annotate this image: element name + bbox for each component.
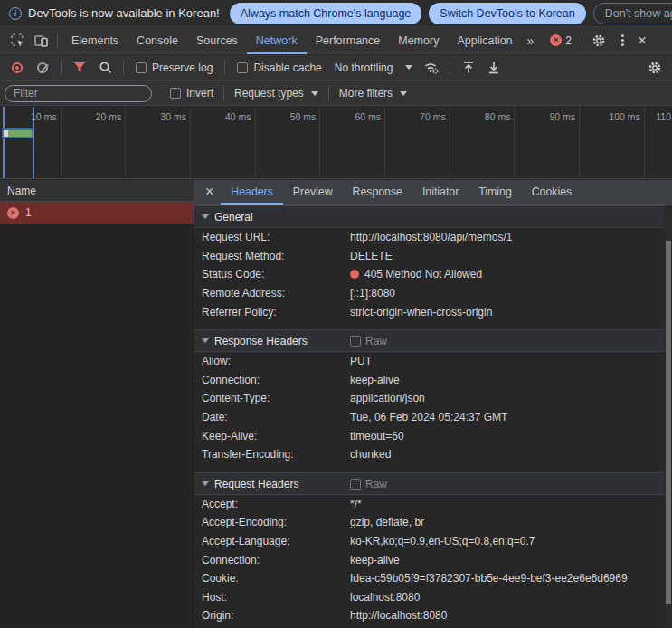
header-row: Keep-Alive:timeout=60 (194, 426, 665, 445)
import-har-icon[interactable] (457, 56, 480, 80)
header-row: Request URL:http://localhost:8080/api/me… (194, 228, 665, 247)
devtools-window: i DevTools is now available in Korean! A… (0, 0, 672, 628)
header-value: http://localhost:8080/api/memos/1 (350, 231, 512, 243)
divider (450, 61, 450, 75)
triangle-down-icon (202, 338, 209, 343)
filter-funnel-icon[interactable] (68, 56, 91, 80)
header-value: DELETE (350, 250, 393, 262)
header-value: keep-alive (350, 374, 400, 386)
kebab-menu-icon[interactable] (610, 29, 634, 52)
error-count-badge[interactable]: × 2 (544, 34, 577, 47)
main-tabbar: ElementsConsoleSourcesNetworkPerformance… (0, 27, 672, 54)
headers-sections: GeneralRequest URL:http://localhost:8080… (194, 205, 665, 628)
header-name: Connection: (202, 554, 350, 566)
timeline-tick-label: 10 ms (31, 111, 57, 122)
scrollbar-track[interactable] (665, 205, 672, 628)
tab-console[interactable]: Console (128, 27, 187, 54)
header-row: Accept-Encoding:gzip, deflate, br (194, 513, 665, 532)
tab-elements[interactable]: Elements (62, 27, 128, 54)
header-value: 405 Method Not Allowed (350, 268, 482, 281)
request-rows: ×1 (0, 202, 194, 224)
headers-section: GeneralRequest URL:http://localhost:8080… (194, 205, 665, 321)
request-detail-pane: × HeadersPreviewResponseInitiatorTimingC… (194, 180, 672, 628)
detail-tabbar: × HeadersPreviewResponseInitiatorTimingC… (194, 180, 672, 205)
section-header[interactable]: Request HeadersRaw (194, 472, 665, 495)
tab-performance[interactable]: Performance (307, 27, 390, 54)
header-value: http://localhost:8080 (350, 609, 447, 622)
divider (61, 61, 62, 75)
filter-input[interactable] (5, 85, 152, 102)
detail-close-icon[interactable]: × (198, 184, 221, 200)
detail-tab-preview[interactable]: Preview (283, 180, 343, 205)
preserve-log-checkbox[interactable]: Preserve log (130, 62, 218, 74)
search-icon[interactable] (93, 56, 117, 80)
header-value: timeout=60 (350, 430, 404, 442)
network-overview-timeline[interactable]: 10 ms20 ms30 ms40 ms50 ms60 ms70 ms80 ms… (0, 107, 672, 179)
raw-toggle-checkbox[interactable]: Raw (350, 473, 387, 496)
network-settings-gear-icon[interactable] (643, 56, 667, 80)
detail-tab-cookies[interactable]: Cookies (522, 180, 582, 205)
devtools-close-icon[interactable]: × (634, 33, 650, 48)
timeline-tick-label: 50 ms (290, 111, 317, 122)
section-header[interactable]: Response HeadersRaw (194, 329, 665, 352)
section-title: Response Headers (214, 335, 308, 347)
detail-tab-timing[interactable]: Timing (469, 180, 521, 205)
checkbox (350, 479, 361, 490)
tab-memory[interactable]: Memory (389, 27, 448, 54)
checkbox (350, 336, 361, 347)
header-row: Date:Tue, 06 Feb 2024 05:24:37 GMT (194, 408, 665, 427)
divider (223, 86, 224, 100)
invert-checkbox[interactable]: Invert (165, 87, 219, 100)
header-value: PUT (350, 355, 372, 367)
banner-button[interactable]: Don't show again (593, 3, 672, 24)
name-column-header[interactable]: Name (0, 180, 194, 202)
header-row: Content-Type:application/json (194, 389, 665, 408)
header-name: Content-Type: (202, 392, 350, 404)
more-filters-dropdown[interactable]: More filters (334, 87, 412, 100)
more-tabs-icon[interactable]: » (522, 33, 540, 48)
settings-gear-icon[interactable] (587, 29, 610, 52)
clear-network-log-icon[interactable] (31, 56, 54, 80)
header-name: Host: (202, 591, 350, 604)
detail-tab-initiator[interactable]: Initiator (412, 180, 469, 205)
request-row-error[interactable]: ×1 (0, 202, 194, 224)
banner-button[interactable]: Switch DevTools to Korean (429, 3, 585, 24)
header-name: Accept: (202, 498, 350, 510)
section-title: General (214, 211, 253, 224)
device-toolbar-icon[interactable] (29, 29, 52, 52)
detail-tab-headers[interactable]: Headers (221, 180, 282, 205)
raw-toggle-checkbox[interactable]: Raw (350, 330, 387, 353)
header-value: */* (350, 498, 362, 510)
tab-sources[interactable]: Sources (187, 27, 247, 54)
export-har-icon[interactable] (482, 56, 506, 80)
header-name: Accept-Encoding: (202, 516, 350, 528)
header-name: Allow: (202, 355, 350, 367)
header-value: Idea-c59b05f9=f3782307-bb5e-4ee9-bef3-ee… (350, 572, 628, 585)
request-waterfall-bar[interactable] (2, 128, 33, 138)
main-tabs: ElementsConsoleSourcesNetworkPerformance… (62, 27, 522, 54)
header-name: Date: (202, 411, 350, 423)
section-header[interactable]: General (194, 205, 665, 228)
timeline-gridline (450, 107, 450, 178)
disable-cache-checkbox[interactable]: Disable cache (232, 62, 327, 74)
network-conditions-icon[interactable] (420, 56, 443, 80)
tab-network[interactable]: Network (247, 27, 307, 54)
header-value: strict-origin-when-cross-origin (350, 306, 492, 319)
header-row: Transfer-Encoding:chunked (194, 445, 665, 464)
tab-application[interactable]: Application (448, 27, 521, 54)
timeline-gridline (644, 107, 645, 178)
scrollbar-thumb[interactable] (666, 241, 671, 604)
divider (582, 33, 582, 48)
language-banner: i DevTools is now available in Korean! A… (0, 0, 672, 27)
throttling-dropdown[interactable]: No throttling (329, 62, 419, 74)
banner-button[interactable]: Always match Chrome's language (230, 3, 422, 24)
triangle-down-icon (202, 481, 209, 486)
divider (224, 61, 225, 75)
record-network-log-icon[interactable] (5, 56, 29, 80)
network-content: Name ×1 × HeadersPreviewResponseInitiato… (0, 180, 672, 628)
error-count: 2 (565, 34, 572, 47)
detail-tab-response[interactable]: Response (343, 180, 412, 205)
inspect-element-icon[interactable] (5, 29, 29, 52)
detail-tabs: HeadersPreviewResponseInitiatorTimingCoo… (221, 180, 582, 205)
request-types-dropdown[interactable]: Request types (229, 87, 324, 100)
